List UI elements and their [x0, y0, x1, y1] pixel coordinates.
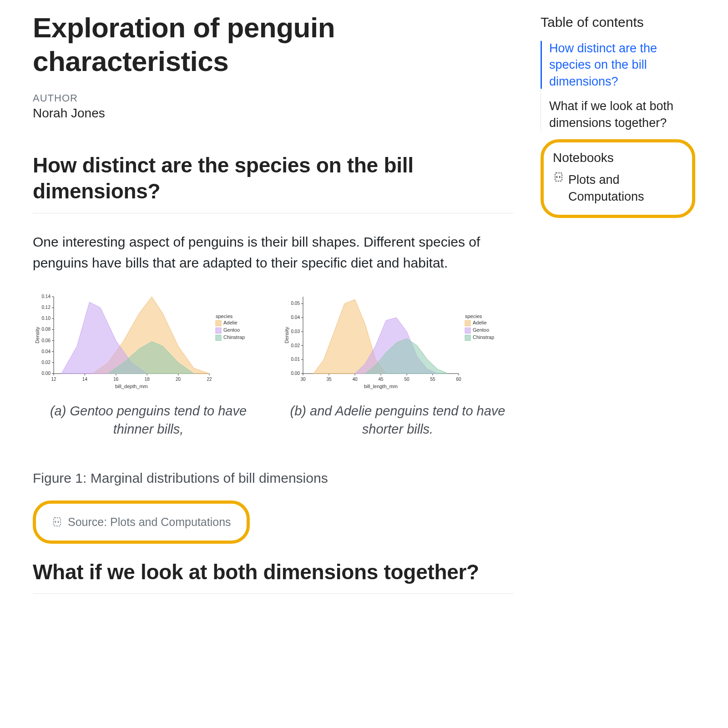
subfigure-b-caption: (b) and Adelie penguins tend to have sho…	[282, 402, 513, 439]
svg-text:Adelie: Adelie	[223, 320, 238, 325]
toc-heading: Table of contents	[541, 15, 695, 30]
section-rule-2	[33, 593, 513, 594]
svg-text:Density: Density	[284, 326, 289, 343]
svg-text:55: 55	[430, 377, 435, 382]
svg-text:0.01: 0.01	[291, 357, 300, 362]
svg-text:0.05: 0.05	[291, 301, 300, 306]
source-callout: Source: Plots and Computations	[33, 500, 250, 544]
subfigure-a-caption: (a) Gentoo penguins tend to have thinner…	[33, 402, 264, 439]
svg-text:0.02: 0.02	[42, 360, 51, 365]
svg-text:0.12: 0.12	[42, 305, 51, 310]
svg-text:0.10: 0.10	[42, 316, 51, 321]
notebook-link-text: Plots and Computations	[568, 172, 683, 205]
subfigure-a: 0.000.020.040.060.080.100.120.1412141618…	[33, 292, 264, 439]
svg-text:0.14: 0.14	[42, 294, 51, 299]
svg-rect-35	[216, 328, 221, 333]
svg-text:Chinstrap: Chinstrap	[223, 334, 245, 340]
author-name: Norah Jones	[33, 106, 513, 121]
svg-rect-33	[216, 320, 221, 326]
svg-text:50: 50	[404, 377, 410, 382]
svg-text:species: species	[465, 313, 482, 319]
svg-rect-74	[465, 335, 470, 340]
subfigure-b: 0.000.010.020.030.040.0530354045505560bi…	[282, 292, 513, 439]
svg-text:0.00: 0.00	[42, 371, 51, 376]
svg-text:30: 30	[300, 377, 306, 382]
svg-text:0.04: 0.04	[42, 349, 51, 354]
svg-text:bill_depth_mm: bill_depth_mm	[115, 384, 148, 389]
svg-text:0.08: 0.08	[42, 327, 51, 332]
toc-item-1[interactable]: How distinct are the species on the bill…	[549, 40, 695, 90]
density-plot-bill-length: 0.000.010.020.030.040.0530354045505560bi…	[282, 292, 513, 390]
svg-text:40: 40	[352, 377, 358, 382]
notebooks-callout: Notebooks Plots and Computations	[541, 139, 695, 218]
svg-rect-72	[465, 328, 470, 333]
author-label: AUTHOR	[33, 92, 513, 104]
svg-rect-70	[465, 320, 470, 326]
svg-text:45: 45	[378, 377, 384, 382]
svg-text:Chinstrap: Chinstrap	[473, 334, 494, 340]
svg-text:Density: Density	[35, 326, 40, 343]
page-title: Exploration of penguin characteristics	[33, 11, 513, 79]
section-heading-2: What if we look at both dimensions toget…	[33, 559, 513, 586]
notebook-icon	[553, 172, 564, 182]
section-heading-1: How distinct are the species on the bill…	[33, 152, 513, 205]
svg-text:16: 16	[113, 377, 119, 382]
svg-text:Adelie: Adelie	[473, 320, 487, 325]
svg-text:0.06: 0.06	[42, 338, 51, 343]
svg-text:22: 22	[207, 377, 212, 382]
svg-text:12: 12	[51, 377, 56, 382]
toc: How distinct are the species on the bill…	[541, 40, 695, 131]
svg-text:35: 35	[326, 377, 332, 382]
section-1-body: One interesting aspect of penguins is th…	[33, 232, 513, 274]
source-link-text: Source: Plots and Computations	[68, 516, 231, 529]
notebook-link[interactable]: Plots and Computations	[553, 172, 683, 205]
svg-text:Gentoo: Gentoo	[223, 327, 240, 333]
notebooks-heading: Notebooks	[553, 151, 683, 165]
section-rule	[33, 213, 513, 213]
source-link[interactable]: Source: Plots and Computations	[51, 516, 231, 529]
svg-text:Gentoo: Gentoo	[473, 327, 489, 333]
svg-text:14: 14	[82, 377, 88, 382]
toc-item-2[interactable]: What if we look at both dimensions toget…	[549, 98, 695, 131]
notebook-icon	[51, 516, 62, 527]
svg-rect-37	[216, 335, 221, 340]
svg-text:0.04: 0.04	[291, 315, 300, 320]
svg-text:0.02: 0.02	[291, 343, 300, 348]
figure-1-caption: Figure 1: Marginal distributions of bill…	[33, 470, 513, 486]
svg-text:0.03: 0.03	[291, 329, 300, 334]
svg-text:bill_length_mm: bill_length_mm	[364, 384, 398, 389]
svg-text:0.00: 0.00	[291, 371, 300, 376]
figure-1: 0.000.020.040.060.080.100.120.1412141618…	[33, 292, 513, 439]
svg-text:species: species	[216, 313, 233, 319]
svg-text:20: 20	[176, 377, 181, 382]
svg-text:18: 18	[145, 377, 150, 382]
svg-text:60: 60	[456, 377, 461, 382]
density-plot-bill-depth: 0.000.020.040.060.080.100.120.1412141618…	[33, 292, 264, 390]
